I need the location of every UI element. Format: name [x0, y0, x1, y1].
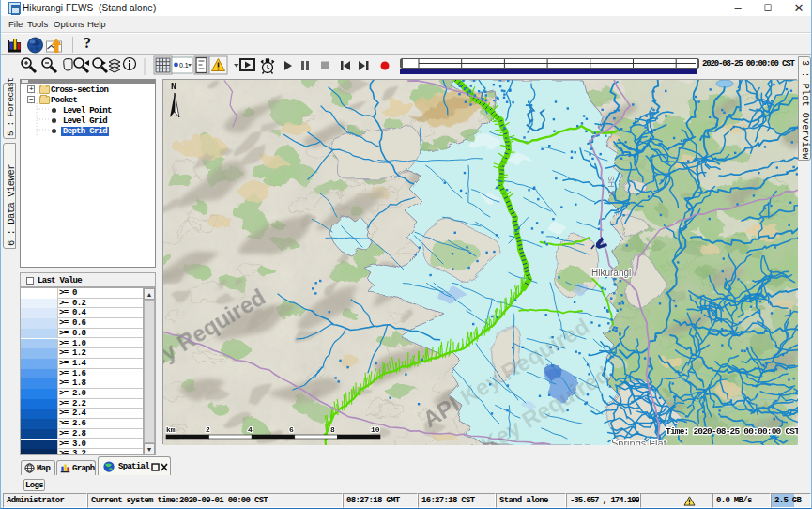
svg-text:8: 8 [330, 425, 335, 434]
svg-text:Hikurangi: Hikurangi [591, 268, 631, 278]
svg-text:6: 6 [289, 425, 294, 434]
svg-text:km: km [166, 425, 176, 434]
svg-text:0.1: 0.1 [179, 62, 189, 69]
svg-text:N: N [171, 82, 176, 92]
svg-text:4: 4 [248, 425, 253, 434]
svg-text:10: 10 [371, 425, 380, 434]
svg-text:Time: 2020-08-25 00:00:00 CST: Time: 2020-08-25 00:00:00 CST [666, 426, 798, 437]
svg-text:SH 1: SH 1 [606, 176, 616, 194]
svg-text:Springs Flat: Springs Flat [611, 438, 666, 445]
svg-text:2: 2 [206, 425, 210, 434]
